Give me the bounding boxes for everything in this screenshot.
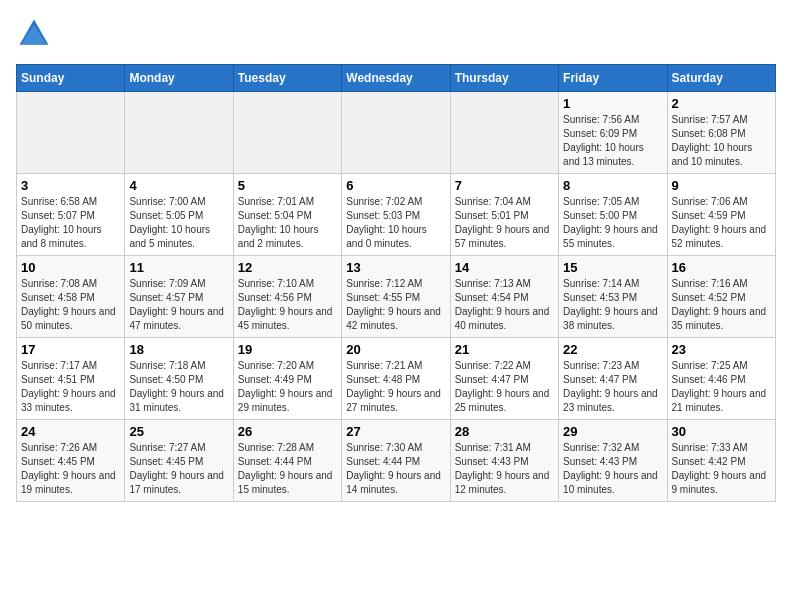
logo-icon [16, 16, 52, 52]
day-cell: 21Sunrise: 7:22 AM Sunset: 4:47 PM Dayli… [450, 338, 558, 420]
day-info: Sunrise: 7:17 AM Sunset: 4:51 PM Dayligh… [21, 359, 120, 415]
day-cell: 4Sunrise: 7:00 AM Sunset: 5:05 PM Daylig… [125, 174, 233, 256]
day-number: 9 [672, 178, 771, 193]
day-number: 8 [563, 178, 662, 193]
day-info: Sunrise: 7:30 AM Sunset: 4:44 PM Dayligh… [346, 441, 445, 497]
day-cell: 30Sunrise: 7:33 AM Sunset: 4:42 PM Dayli… [667, 420, 775, 502]
day-number: 3 [21, 178, 120, 193]
day-info: Sunrise: 7:23 AM Sunset: 4:47 PM Dayligh… [563, 359, 662, 415]
calendar-table: SundayMondayTuesdayWednesdayThursdayFrid… [16, 64, 776, 502]
day-cell [17, 92, 125, 174]
day-info: Sunrise: 7:25 AM Sunset: 4:46 PM Dayligh… [672, 359, 771, 415]
day-cell: 9Sunrise: 7:06 AM Sunset: 4:59 PM Daylig… [667, 174, 775, 256]
day-cell [342, 92, 450, 174]
day-cell: 28Sunrise: 7:31 AM Sunset: 4:43 PM Dayli… [450, 420, 558, 502]
day-cell [125, 92, 233, 174]
day-info: Sunrise: 7:57 AM Sunset: 6:08 PM Dayligh… [672, 113, 771, 169]
day-number: 17 [21, 342, 120, 357]
day-info: Sunrise: 7:05 AM Sunset: 5:00 PM Dayligh… [563, 195, 662, 251]
week-row-0: 1Sunrise: 7:56 AM Sunset: 6:09 PM Daylig… [17, 92, 776, 174]
day-info: Sunrise: 7:12 AM Sunset: 4:55 PM Dayligh… [346, 277, 445, 333]
day-info: Sunrise: 7:33 AM Sunset: 4:42 PM Dayligh… [672, 441, 771, 497]
day-info: Sunrise: 7:09 AM Sunset: 4:57 PM Dayligh… [129, 277, 228, 333]
calendar-header: SundayMondayTuesdayWednesdayThursdayFrid… [17, 65, 776, 92]
day-number: 4 [129, 178, 228, 193]
day-cell: 18Sunrise: 7:18 AM Sunset: 4:50 PM Dayli… [125, 338, 233, 420]
day-info: Sunrise: 7:14 AM Sunset: 4:53 PM Dayligh… [563, 277, 662, 333]
calendar-body: 1Sunrise: 7:56 AM Sunset: 6:09 PM Daylig… [17, 92, 776, 502]
day-cell: 29Sunrise: 7:32 AM Sunset: 4:43 PM Dayli… [559, 420, 667, 502]
day-number: 26 [238, 424, 337, 439]
day-info: Sunrise: 7:16 AM Sunset: 4:52 PM Dayligh… [672, 277, 771, 333]
day-cell: 19Sunrise: 7:20 AM Sunset: 4:49 PM Dayli… [233, 338, 341, 420]
day-cell: 10Sunrise: 7:08 AM Sunset: 4:58 PM Dayli… [17, 256, 125, 338]
day-cell: 16Sunrise: 7:16 AM Sunset: 4:52 PM Dayli… [667, 256, 775, 338]
day-info: Sunrise: 7:26 AM Sunset: 4:45 PM Dayligh… [21, 441, 120, 497]
svg-marker-1 [21, 25, 46, 45]
day-header-sunday: Sunday [17, 65, 125, 92]
day-cell: 3Sunrise: 6:58 AM Sunset: 5:07 PM Daylig… [17, 174, 125, 256]
day-info: Sunrise: 7:10 AM Sunset: 4:56 PM Dayligh… [238, 277, 337, 333]
week-row-4: 24Sunrise: 7:26 AM Sunset: 4:45 PM Dayli… [17, 420, 776, 502]
day-info: Sunrise: 7:56 AM Sunset: 6:09 PM Dayligh… [563, 113, 662, 169]
day-info: Sunrise: 7:20 AM Sunset: 4:49 PM Dayligh… [238, 359, 337, 415]
day-number: 20 [346, 342, 445, 357]
day-cell: 17Sunrise: 7:17 AM Sunset: 4:51 PM Dayli… [17, 338, 125, 420]
week-row-2: 10Sunrise: 7:08 AM Sunset: 4:58 PM Dayli… [17, 256, 776, 338]
day-cell: 20Sunrise: 7:21 AM Sunset: 4:48 PM Dayli… [342, 338, 450, 420]
day-info: Sunrise: 7:06 AM Sunset: 4:59 PM Dayligh… [672, 195, 771, 251]
day-number: 11 [129, 260, 228, 275]
day-info: Sunrise: 7:18 AM Sunset: 4:50 PM Dayligh… [129, 359, 228, 415]
day-cell: 25Sunrise: 7:27 AM Sunset: 4:45 PM Dayli… [125, 420, 233, 502]
day-number: 13 [346, 260, 445, 275]
day-info: Sunrise: 7:00 AM Sunset: 5:05 PM Dayligh… [129, 195, 228, 251]
day-number: 6 [346, 178, 445, 193]
day-cell [450, 92, 558, 174]
day-number: 19 [238, 342, 337, 357]
day-info: Sunrise: 7:13 AM Sunset: 4:54 PM Dayligh… [455, 277, 554, 333]
day-cell: 12Sunrise: 7:10 AM Sunset: 4:56 PM Dayli… [233, 256, 341, 338]
day-info: Sunrise: 7:32 AM Sunset: 4:43 PM Dayligh… [563, 441, 662, 497]
day-header-tuesday: Tuesday [233, 65, 341, 92]
day-number: 15 [563, 260, 662, 275]
day-info: Sunrise: 6:58 AM Sunset: 5:07 PM Dayligh… [21, 195, 120, 251]
day-number: 2 [672, 96, 771, 111]
day-header-friday: Friday [559, 65, 667, 92]
day-info: Sunrise: 7:28 AM Sunset: 4:44 PM Dayligh… [238, 441, 337, 497]
day-number: 12 [238, 260, 337, 275]
day-info: Sunrise: 7:02 AM Sunset: 5:03 PM Dayligh… [346, 195, 445, 251]
day-cell: 11Sunrise: 7:09 AM Sunset: 4:57 PM Dayli… [125, 256, 233, 338]
day-cell: 22Sunrise: 7:23 AM Sunset: 4:47 PM Dayli… [559, 338, 667, 420]
day-cell: 1Sunrise: 7:56 AM Sunset: 6:09 PM Daylig… [559, 92, 667, 174]
day-number: 30 [672, 424, 771, 439]
day-header-wednesday: Wednesday [342, 65, 450, 92]
day-info: Sunrise: 7:31 AM Sunset: 4:43 PM Dayligh… [455, 441, 554, 497]
day-header-saturday: Saturday [667, 65, 775, 92]
day-cell: 6Sunrise: 7:02 AM Sunset: 5:03 PM Daylig… [342, 174, 450, 256]
day-number: 25 [129, 424, 228, 439]
day-cell: 24Sunrise: 7:26 AM Sunset: 4:45 PM Dayli… [17, 420, 125, 502]
day-number: 29 [563, 424, 662, 439]
day-cell: 2Sunrise: 7:57 AM Sunset: 6:08 PM Daylig… [667, 92, 775, 174]
day-number: 21 [455, 342, 554, 357]
day-cell: 8Sunrise: 7:05 AM Sunset: 5:00 PM Daylig… [559, 174, 667, 256]
day-number: 22 [563, 342, 662, 357]
day-number: 23 [672, 342, 771, 357]
day-cell: 14Sunrise: 7:13 AM Sunset: 4:54 PM Dayli… [450, 256, 558, 338]
day-cell: 23Sunrise: 7:25 AM Sunset: 4:46 PM Dayli… [667, 338, 775, 420]
day-info: Sunrise: 7:21 AM Sunset: 4:48 PM Dayligh… [346, 359, 445, 415]
day-number: 28 [455, 424, 554, 439]
day-info: Sunrise: 7:01 AM Sunset: 5:04 PM Dayligh… [238, 195, 337, 251]
day-number: 5 [238, 178, 337, 193]
day-cell: 7Sunrise: 7:04 AM Sunset: 5:01 PM Daylig… [450, 174, 558, 256]
week-row-1: 3Sunrise: 6:58 AM Sunset: 5:07 PM Daylig… [17, 174, 776, 256]
day-info: Sunrise: 7:04 AM Sunset: 5:01 PM Dayligh… [455, 195, 554, 251]
day-cell: 5Sunrise: 7:01 AM Sunset: 5:04 PM Daylig… [233, 174, 341, 256]
day-info: Sunrise: 7:08 AM Sunset: 4:58 PM Dayligh… [21, 277, 120, 333]
week-row-3: 17Sunrise: 7:17 AM Sunset: 4:51 PM Dayli… [17, 338, 776, 420]
day-number: 24 [21, 424, 120, 439]
header [16, 16, 776, 52]
logo [16, 16, 56, 52]
day-number: 10 [21, 260, 120, 275]
day-cell [233, 92, 341, 174]
